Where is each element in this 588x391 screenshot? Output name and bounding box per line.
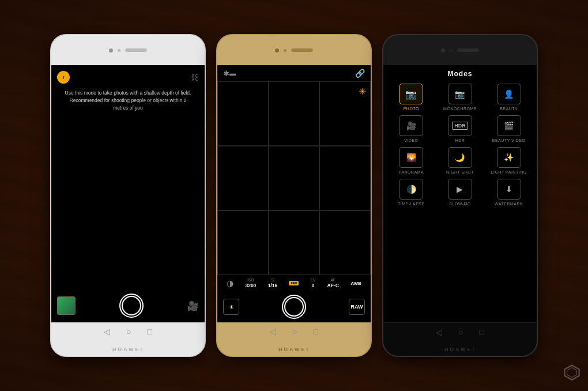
timer-icon[interactable]: 🔗	[355, 69, 365, 78]
light-painting-icon: ✨	[504, 153, 514, 162]
af-value: AF-C	[327, 283, 339, 288]
mode-time-lapse[interactable]: 🌓 TIME-LAPSE	[388, 179, 435, 206]
screen-gold: ✱ ▬ 🔗 ✳ ◑	[217, 65, 371, 322]
shutter-setting[interactable]: S 1/16	[268, 278, 278, 288]
time-lapse-label: TIME-LAPSE	[398, 202, 425, 206]
shutter-button-gold[interactable]	[282, 295, 306, 319]
screen-white: f ⛓ Use this mode to take photos with a …	[51, 65, 205, 322]
phone-white: f ⛓ Use this mode to take photos with a …	[50, 34, 206, 357]
sensor-dot-white	[118, 49, 120, 52]
back-button-white[interactable]: ◁	[104, 327, 110, 336]
beauty-label: BEAUTY	[500, 107, 518, 111]
grid-cell-9	[319, 210, 371, 275]
ev-value: 0	[312, 283, 315, 288]
grid-view-icon[interactable]: ▬	[229, 70, 236, 77]
shutter-label: S	[272, 278, 274, 282]
shutter-inner	[122, 296, 141, 315]
brightness-icon[interactable]: ✳	[359, 86, 366, 97]
top-bezel-black	[383, 35, 537, 65]
mode-panorama[interactable]: 🌄 PANORAMA	[388, 147, 435, 174]
beauty-video-icon: 🎬	[504, 121, 514, 130]
grid-cell-1	[217, 81, 269, 146]
watermark-icon: ⬇	[506, 185, 512, 194]
histogram-icon[interactable]: ☀	[223, 299, 239, 315]
home-button-black[interactable]: ○	[458, 328, 463, 337]
shutter-button[interactable]	[119, 294, 144, 318]
video-switch-icon[interactable]: 🎥	[187, 300, 199, 311]
brand-white: HUAWEI	[112, 347, 144, 352]
night-shot-icon-box: 🌙	[448, 147, 472, 168]
recent-button-gold[interactable]: □	[314, 327, 318, 336]
grid-cell-8	[269, 210, 320, 275]
monochrome-label: MONOCHROME	[443, 107, 477, 111]
back-button-black[interactable]: ◁	[436, 328, 442, 337]
sensor-dot-gold	[284, 49, 287, 52]
mode-monochrome[interactable]: 📷 MONOCHROME	[437, 84, 484, 111]
mode-watermark[interactable]: ⬇ WATERMARK	[485, 179, 532, 206]
mode-night-shot[interactable]: 🌙 NIGHT SHOT	[437, 147, 484, 174]
recent-button-black[interactable]: □	[480, 328, 484, 337]
speaker-white	[125, 48, 147, 52]
mode-video[interactable]: 🎥 VIDEO	[388, 115, 435, 142]
mode-photo[interactable]: 📷 PHOTO	[388, 84, 435, 111]
mode-beauty[interactable]: 👤 BEAUTY	[485, 84, 532, 111]
panorama-icon: 🌄	[406, 153, 416, 162]
beauty-video-icon-box: 🎬	[497, 115, 521, 136]
brand-black: HUAWEI	[444, 347, 476, 352]
p2-bottom-controls: ☀ RAW	[217, 291, 371, 322]
recent-button-white[interactable]: □	[148, 327, 152, 336]
sensor-dot-black	[450, 49, 453, 52]
raw-icon[interactable]: RAW	[349, 299, 365, 315]
nav-buttons-white: ◁ ○ □	[104, 327, 152, 336]
bottom-bezel-gold: ◁ ○ □ HUAWEI	[217, 322, 371, 356]
shutter-inner-gold	[284, 297, 304, 317]
link-icon: ⛓	[191, 73, 199, 82]
top-bezel-gold	[217, 35, 371, 65]
monochrome-icon-box: 📷	[448, 84, 472, 104]
wide-aperture-description: Use this mode to take photos with a shal…	[57, 89, 199, 111]
p1-top-row: f ⛓	[57, 71, 199, 84]
light-painting-icon-box: ✨	[497, 147, 521, 168]
watermark-icon-box: ⬇	[497, 179, 521, 200]
nav-buttons-black: ◁ ○ □	[436, 328, 484, 337]
monochrome-icon: 📷	[455, 89, 465, 99]
photo-label: PHOTO	[404, 107, 419, 111]
awb-setting[interactable]: AWB	[350, 281, 361, 286]
settings-icon[interactable]: ✱	[223, 69, 229, 78]
wide-aperture-icon: f	[57, 71, 70, 84]
modes-grid: 📷 PHOTO 📷 MONOCHROME 👤 BEAUTY	[388, 84, 532, 206]
phones-container: f ⛓ Use this mode to take photos with a …	[50, 34, 538, 357]
video-mode-icon: 🎥	[406, 121, 416, 130]
iso-setting[interactable]: ISO 3200	[245, 278, 256, 288]
svg-marker-1	[567, 368, 577, 378]
grid-cell-7	[217, 210, 269, 275]
time-lapse-icon-box: 🌓	[399, 179, 423, 200]
home-button-white[interactable]: ○	[126, 327, 131, 336]
speaker-gold	[291, 48, 313, 52]
time-lapse-icon: 🌓	[406, 185, 416, 194]
pro-settings-row: ◑ ISO 3200 S 1/16 PRO EV 0 AF	[217, 275, 371, 291]
iso-label: ISO	[247, 278, 254, 282]
hdr-icon-box: HDR	[448, 115, 472, 136]
gallery-thumbnail[interactable]	[57, 296, 76, 315]
p2-top-icons: ✱ ▬ 🔗	[217, 65, 371, 81]
mode-beauty-video[interactable]: 🎬 BEAUTY VIDEO	[485, 115, 532, 142]
home-button-gold[interactable]: ○	[292, 327, 297, 336]
photo-icon-box: 📷	[399, 84, 423, 104]
af-setting[interactable]: AF AF-C	[327, 278, 339, 288]
ev-setting[interactable]: EV 0	[311, 278, 316, 288]
video-label: VIDEO	[404, 138, 418, 142]
beauty-icon: 👤	[504, 89, 514, 99]
mode-light-painting[interactable]: ✨ LIGHT PAINTING	[485, 147, 532, 174]
back-button-gold[interactable]: ◁	[270, 327, 276, 336]
top-bezel-white	[51, 35, 205, 65]
iso-value: 3200	[245, 283, 256, 288]
panorama-icon-box: 🌄	[399, 147, 423, 168]
screen-black: Modes 📷 PHOTO 📷 MONOCHROME	[383, 65, 537, 322]
hdr-icon: HDR	[452, 122, 468, 130]
mode-hdr[interactable]: HDR HDR	[437, 115, 484, 142]
mode-slow-mo[interactable]: ▶ SLOW-MO	[437, 179, 484, 206]
awb-value: AWB	[350, 281, 361, 286]
night-shot-label: NIGHT SHOT	[446, 170, 474, 174]
af-label: AF	[331, 278, 336, 282]
